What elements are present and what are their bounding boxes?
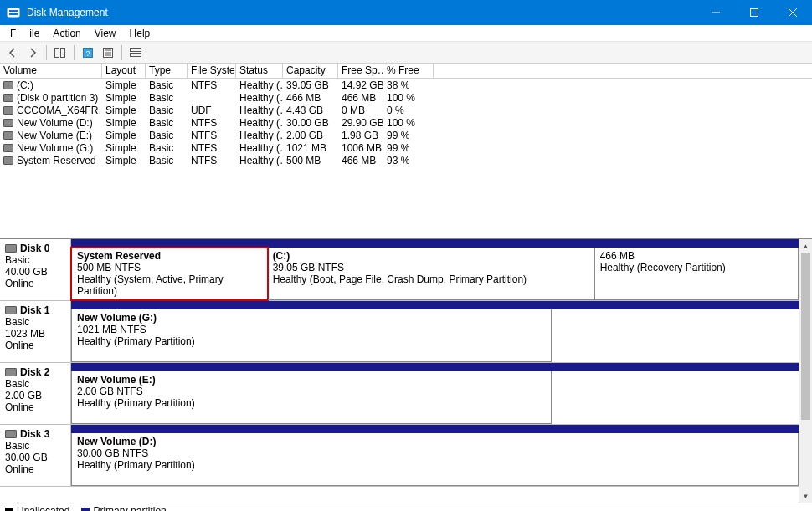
volume-capacity: 466 MB — [283, 92, 338, 104]
svg-rect-7 — [55, 48, 59, 57]
partition-status: Healthy (Recovery Partition) — [600, 262, 793, 273]
disk-type: Basic — [5, 316, 65, 328]
minimize-button[interactable] — [696, 0, 735, 25]
scroll-down-icon[interactable]: ▼ — [799, 489, 812, 503]
menu-help[interactable]: Help — [123, 27, 157, 40]
menu-file[interactable]: File — [3, 27, 46, 40]
col-status[interactable]: Status — [236, 64, 283, 78]
forward-button[interactable] — [23, 43, 42, 62]
disk-info[interactable]: Disk 0Basic40.00 GBOnline — [0, 239, 71, 300]
partition[interactable]: 466 MBHealthy (Recovery Partition) — [595, 248, 799, 300]
menu-action[interactable]: Action — [46, 27, 87, 40]
close-button[interactable] — [773, 0, 812, 25]
legend-unallocated: Unallocated — [5, 505, 69, 511]
disk-info[interactable]: Disk 1Basic1023 MBOnline — [0, 301, 71, 362]
scroll-up-icon[interactable]: ▲ — [799, 239, 812, 253]
volume-status: Healthy (… — [236, 130, 283, 141]
volume-layout: Simple — [102, 117, 146, 129]
back-button[interactable] — [3, 43, 22, 62]
volume-name: (Disk 0 partition 3) — [17, 92, 98, 104]
disk-type: Basic — [5, 254, 65, 266]
partition[interactable]: New Volume (G:)1021 MB NTFSHealthy (Prim… — [71, 309, 552, 362]
partition-name: New Volume (E:) — [77, 374, 546, 386]
arrow-right-icon — [28, 48, 38, 58]
col-pctfree[interactable]: % Free — [383, 64, 434, 78]
drive-icon — [3, 144, 13, 152]
partition-status: Healthy (Primary Partition) — [77, 335, 546, 347]
partition[interactable]: (C:)39.05 GB NTFSHealthy (Boot, Page Fil… — [268, 248, 595, 300]
volume-row[interactable]: System ReservedSimpleBasicNTFSHealthy (…… — [0, 154, 812, 166]
partition-size: 39.05 GB NTFS — [273, 262, 589, 273]
volume-header: Volume Layout Type File System Status Ca… — [0, 64, 812, 79]
disk-graphical-view: Disk 0Basic40.00 GBOnlineSystem Reserved… — [0, 238, 812, 503]
refresh-button[interactable] — [51, 43, 69, 62]
arrow-left-icon — [8, 48, 18, 58]
toolbar: ? — [0, 42, 812, 64]
svg-rect-15 — [131, 48, 141, 51]
volume-rows: (C:)SimpleBasicNTFSHealthy (…39.05 GB14.… — [0, 79, 812, 166]
drive-icon — [3, 156, 13, 165]
volume-free: 1006 MB — [338, 142, 383, 154]
svg-rect-1 — [9, 10, 18, 12]
volume-free: 0 MB — [338, 105, 383, 116]
layout-button[interactable] — [126, 43, 145, 62]
volume-name: CCCOMA_X64FR… — [17, 105, 102, 116]
disk-status: Online — [5, 463, 65, 475]
help-button[interactable]: ? — [79, 43, 97, 62]
disk-size: 30.00 GB — [5, 452, 65, 463]
svg-rect-16 — [131, 53, 141, 56]
toolbar-separator — [46, 45, 47, 60]
svg-text:?: ? — [85, 49, 90, 57]
scroll-thumb[interactable] — [801, 253, 810, 420]
col-capacity[interactable]: Capacity — [283, 64, 338, 78]
volume-free: 14.92 GB — [338, 79, 383, 91]
col-freespace[interactable]: Free Sp… — [338, 64, 383, 78]
volume-status: Healthy (… — [236, 79, 283, 91]
volume-row[interactable]: New Volume (D:)SimpleBasicNTFSHealthy (…… — [0, 116, 812, 129]
menu-view[interactable]: View — [88, 27, 123, 40]
disk-size: 2.00 GB — [5, 390, 65, 401]
volume-fs: NTFS — [188, 155, 236, 166]
partition-status: Healthy (Boot, Page File, Crash Dump, Pr… — [273, 273, 589, 285]
disk-partitions: New Volume (D:)30.00 GB NTFSHealthy (Pri… — [71, 425, 799, 486]
volume-row[interactable]: (C:)SimpleBasicNTFSHealthy (…39.05 GB14.… — [0, 79, 812, 91]
volume-capacity: 500 MB — [283, 155, 338, 166]
disk-type: Basic — [5, 440, 65, 452]
scrollbar[interactable]: ▲ ▼ — [799, 239, 812, 503]
disk-info[interactable]: Disk 2Basic2.00 GBOnline — [0, 363, 71, 424]
partition[interactable]: New Volume (E:)2.00 GB NTFSHealthy (Prim… — [71, 371, 552, 424]
layout-icon — [130, 48, 141, 58]
volume-type: Basic — [146, 79, 188, 91]
volume-layout: Simple — [102, 155, 146, 166]
volume-free: 29.90 GB — [338, 117, 383, 129]
partition-name: New Volume (D:) — [77, 436, 793, 447]
disk-type: Basic — [5, 378, 65, 390]
volume-pct: 38 % — [383, 79, 434, 91]
col-filesystem[interactable]: File System — [188, 64, 236, 78]
volume-name: System Reserved — [17, 155, 96, 166]
volume-capacity: 4.43 GB — [283, 105, 338, 116]
volume-type: Basic — [146, 117, 188, 129]
partition[interactable]: New Volume (D:)30.00 GB NTFSHealthy (Pri… — [71, 433, 799, 486]
disk-info[interactable]: Disk 3Basic30.00 GBOnline — [0, 425, 71, 486]
svg-rect-0 — [8, 8, 19, 17]
partition-size: 30.00 GB NTFS — [77, 447, 793, 459]
volume-type: Basic — [146, 130, 188, 141]
volume-row[interactable]: (Disk 0 partition 3)SimpleBasicHealthy (… — [0, 91, 812, 104]
volume-row[interactable]: New Volume (G:)SimpleBasicNTFSHealthy (…… — [0, 141, 812, 154]
disk-name: Disk 1 — [20, 304, 49, 316]
volume-row[interactable]: New Volume (E:)SimpleBasicNTFSHealthy (…… — [0, 129, 812, 141]
properties-button[interactable] — [99, 43, 117, 62]
col-volume[interactable]: Volume — [0, 64, 102, 78]
maximize-button[interactable] — [735, 0, 773, 25]
col-layout[interactable]: Layout — [102, 64, 146, 78]
svg-rect-8 — [61, 48, 65, 57]
col-type[interactable]: Type — [146, 64, 188, 78]
disk-status: Online — [5, 340, 65, 351]
volume-capacity: 1021 MB — [283, 142, 338, 154]
partition[interactable]: System Reserved500 MB NTFSHealthy (Syste… — [71, 248, 268, 300]
disk-partitions: New Volume (E:)2.00 GB NTFSHealthy (Prim… — [71, 363, 799, 424]
drive-icon — [3, 94, 13, 102]
volume-row[interactable]: CCCOMA_X64FR…SimpleBasicUDFHealthy (…4.4… — [0, 104, 812, 116]
volume-pct: 99 % — [383, 130, 434, 141]
